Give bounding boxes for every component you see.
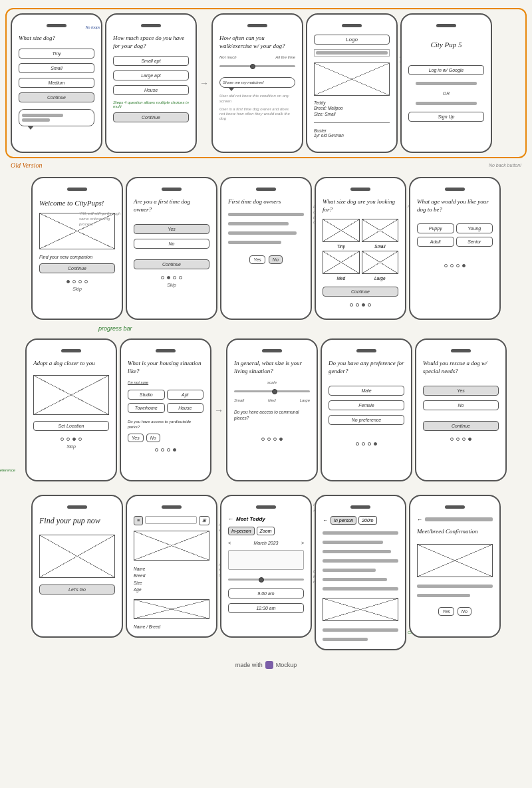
p3-low: Not much [219,55,237,59]
phone-18: ← Meet Teddy In-person Zoom < March 2023… [220,495,312,638]
p2-btn-large[interactable]: Large apt [113,70,189,80]
p19-inperson[interactable]: In person [331,516,356,525]
p17-tab2[interactable]: ⊞ [199,516,209,525]
notch-11 [61,349,81,352]
p19-header: ← In person 200m [323,516,398,525]
p5-line1 [416,82,476,85]
p12-sub2: Do you have access to yard/outside parks… [128,420,203,430]
dot4 [279,438,283,441]
p6-skip[interactable]: Skip [39,287,115,291]
dot1 [155,448,158,452]
notch-8 [256,188,276,191]
notch-19 [350,505,370,509]
p1-title: What size dog? [19,35,94,43]
p5-line2 [416,102,476,105]
p4-logo: Logo [314,35,390,45]
p12-house[interactable]: House [167,403,204,413]
notch-20 [445,505,465,509]
p1-btn-tiny[interactable]: Tiny [19,49,94,59]
p5-google[interactable]: Log in w/ Google [408,65,484,75]
p16-go[interactable]: Let's Go [39,585,115,594]
p7-yes[interactable]: Yes [134,224,209,234]
p9-med-lbl: Med [323,276,360,281]
p11-note: Location preference [0,468,24,473]
p12-title: What is your housing situation like? [128,360,203,375]
p18-back[interactable]: ← [228,516,233,522]
p10-puppy[interactable]: Puppy [417,223,454,233]
p18-thumb[interactable] [259,577,264,583]
p13-thumb[interactable] [272,389,277,394]
phone-9: What size dog are you looking for? Tiny … [315,177,406,320]
p8-l4 [228,241,281,244]
p8-title: First time dog owners [228,198,304,206]
row3: Adopt a dog closer to you Set Location S… [5,338,527,481]
arrow-3: → [214,405,223,416]
p5-title: City Pup 5 [408,40,484,49]
p12-dots [128,448,203,452]
p18-time1[interactable]: 9:00 am [228,589,304,598]
p11-location[interactable]: Set Location [33,421,109,431]
p15-continue[interactable]: Continue [423,421,499,431]
p2-title: How much space do you have for your dog? [113,35,189,50]
p7-dots [134,276,209,279]
p18-calendar[interactable] [228,550,304,570]
p10-adult[interactable]: Adult [417,237,454,247]
p11-skip[interactable]: Skip [33,444,109,449]
p5-signup[interactable]: Sign Up [408,112,484,122]
p20-l2 [417,594,470,597]
p12-sub: I'm not sure [128,380,203,384]
p7-continue[interactable]: Continue [134,259,209,269]
dot2 [456,438,460,441]
p9-continue[interactable]: Continue [323,287,398,297]
p20-no[interactable]: No [458,607,471,616]
p6-continue[interactable]: Continue [39,263,115,273]
p18-cal-next[interactable]: > [301,541,304,545]
phone-7: Are you a first time dog owner? Y/N, wil… [126,177,217,320]
p2-btn-house[interactable]: House [113,85,189,95]
p8-no[interactable]: No [269,255,283,264]
p20-yes[interactable]: Yes [438,607,454,616]
p20-back[interactable]: ← [417,517,422,523]
p8-yes[interactable]: Yes [249,255,265,264]
p18-time2[interactable]: 12:30 am [228,603,304,613]
p3-slider[interactable] [219,65,295,67]
p15-yes[interactable]: Yes [423,386,499,396]
p2-btn-continue[interactable]: Continue [113,112,189,122]
dot2 [66,438,70,441]
p12-apt[interactable]: Apt [167,390,204,400]
p12-studio[interactable]: Studio [128,390,165,400]
p12-no[interactable]: No [146,434,160,442]
p13-slider[interactable] [234,390,310,392]
row2: Welcome to CityPups! Find your new compa… [5,177,527,320]
p15-no[interactable]: No [423,400,499,410]
p18-cal-prev[interactable]: < [228,541,231,545]
p3-thumb[interactable] [250,64,255,69]
row2-label: progress bar [98,325,132,332]
p17-tab1[interactable]: ≡ [134,516,143,525]
p12-yes[interactable]: Yes [128,434,144,442]
dot1 [444,264,448,267]
p14-nopref[interactable]: No preference [329,415,404,425]
p1-btn-continue[interactable]: Continue [19,92,94,102]
dot4 [84,280,88,283]
dot1 [161,276,164,279]
p14-male[interactable]: Male [329,386,404,396]
p18-zoom[interactable]: Zoom [257,527,275,535]
p10-senior[interactable]: Senior [456,237,493,247]
p7-skip[interactable]: Skip [134,283,209,287]
p17-search[interactable] [145,516,197,524]
p7-no[interactable]: No [134,239,209,249]
p1-btn-small[interactable]: Small [19,63,94,73]
p18-slider[interactable] [228,579,304,581]
p19-back[interactable]: ← [323,517,328,523]
p12-town[interactable]: Townhome [128,403,165,413]
p10-young[interactable]: Young [456,223,493,233]
p18-inperson[interactable]: In-person [228,527,255,535]
p20-yn: Yes No [417,607,493,616]
p19-200m[interactable]: 200m [358,516,377,525]
p14-female[interactable]: Female [329,400,404,410]
p8-l3 [228,231,297,235]
p4-search[interactable] [314,49,390,57]
p2-btn-small[interactable]: Small apt [113,56,189,66]
p1-btn-medium[interactable]: Medium [19,78,94,88]
